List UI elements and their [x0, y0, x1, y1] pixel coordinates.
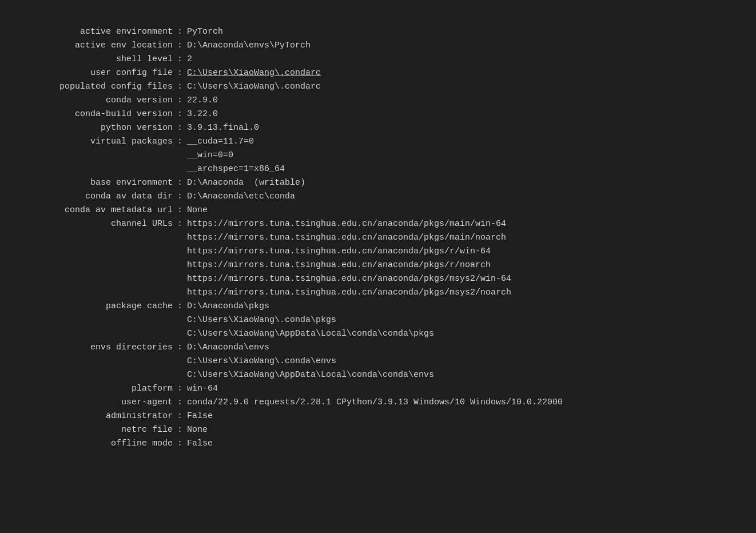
row-label — [17, 286, 177, 300]
table-row: envs directories:D:\Anaconda\envs — [17, 341, 739, 355]
row-separator: : — [177, 176, 187, 190]
row-value: 3.9.13.final.0 — [187, 121, 259, 135]
table-row: conda av metadata url:None — [17, 204, 739, 217]
row-label: administrator — [17, 409, 177, 423]
row-separator: : — [177, 409, 187, 423]
row-label — [17, 245, 177, 258]
row-value: PyTorch — [187, 25, 223, 39]
row-label — [17, 258, 177, 272]
row-value: 2 — [187, 53, 192, 66]
row-value: None — [187, 204, 208, 217]
table-row: populated config files:C:\Users\XiaoWang… — [17, 80, 739, 94]
row-label — [17, 272, 177, 286]
row-separator — [177, 272, 187, 286]
row-value: 22.9.0 — [187, 94, 218, 108]
row-separator: : — [177, 80, 187, 94]
row-value: https://mirrors.tuna.tsinghua.edu.cn/ana… — [187, 217, 506, 231]
row-value: C:\Users\XiaoWang\AppData\Local\conda\co… — [187, 368, 434, 382]
row-value: 3.22.0 — [187, 108, 218, 121]
row-separator — [177, 245, 187, 258]
row-value: __archspec=1=x86_64 — [187, 162, 285, 176]
row-value: C:\Users\XiaoWang\.conda\envs — [187, 355, 336, 368]
row-value: __win=0=0 — [187, 149, 233, 162]
row-separator: : — [177, 300, 187, 313]
row-label: virtual packages — [17, 135, 177, 149]
table-row: offline mode:False — [17, 437, 739, 451]
table-row: conda-build version:3.22.0 — [17, 108, 739, 121]
table-row: virtual packages:__cuda=11.7=0 — [17, 135, 739, 149]
row-separator: : — [177, 382, 187, 396]
row-separator: : — [177, 108, 187, 121]
row-label — [17, 368, 177, 382]
row-value: win-64 — [187, 382, 218, 396]
row-label — [17, 355, 177, 368]
row-separator: : — [177, 204, 187, 217]
row-label: active environment — [17, 25, 177, 39]
row-label: platform — [17, 382, 177, 396]
row-separator: : — [177, 25, 187, 39]
row-value: C:\Users\XiaoWang\AppData\Local\conda\co… — [187, 327, 434, 341]
row-label: user-agent — [17, 396, 177, 409]
row-separator — [177, 231, 187, 245]
row-value: https://mirrors.tuna.tsinghua.edu.cn/ana… — [187, 272, 511, 286]
row-separator: : — [177, 423, 187, 437]
row-value: D:\Anaconda\envs — [187, 341, 269, 355]
table-row: https://mirrors.tuna.tsinghua.edu.cn/ana… — [17, 258, 739, 272]
row-label: conda-build version — [17, 108, 177, 121]
row-label: package cache — [17, 300, 177, 313]
row-label: user config file — [17, 66, 177, 80]
row-label — [17, 162, 177, 176]
row-label: base environment — [17, 176, 177, 190]
table-row: https://mirrors.tuna.tsinghua.edu.cn/ana… — [17, 286, 739, 300]
table-row: C:\Users\XiaoWang\.conda\pkgs — [17, 313, 739, 327]
table-row: python version:3.9.13.final.0 — [17, 121, 739, 135]
row-separator — [177, 368, 187, 382]
row-label — [17, 231, 177, 245]
row-value: None — [187, 423, 208, 437]
table-row: C:\Users\XiaoWang\.conda\envs — [17, 355, 739, 368]
row-label: shell level — [17, 53, 177, 66]
row-separator — [177, 258, 187, 272]
row-label — [17, 313, 177, 327]
row-value: D:\Anaconda (writable) — [187, 176, 305, 190]
table-row: platform:win-64 — [17, 382, 739, 396]
row-value: C:\Users\XiaoWang\.condarc — [187, 80, 321, 94]
row-separator — [177, 162, 187, 176]
row-value: conda/22.9.0 requests/2.28.1 CPython/3.9… — [187, 396, 563, 409]
row-label: python version — [17, 121, 177, 135]
row-separator: : — [177, 396, 187, 409]
row-separator: : — [177, 39, 187, 53]
row-label: conda av data dir — [17, 190, 177, 204]
table-row: user-agent:conda/22.9.0 requests/2.28.1 … — [17, 396, 739, 409]
row-value: __cuda=11.7=0 — [187, 135, 254, 149]
row-separator: : — [177, 135, 187, 149]
terminal-output: active environment:PyTorchactive env loc… — [17, 11, 739, 451]
table-row: shell level:2 — [17, 53, 739, 66]
row-label: channel URLs — [17, 217, 177, 231]
row-separator: : — [177, 66, 187, 80]
row-value: https://mirrors.tuna.tsinghua.edu.cn/ana… — [187, 245, 491, 258]
table-row: active env location:D:\Anaconda\envs\PyT… — [17, 39, 739, 53]
table-row: __win=0=0 — [17, 149, 739, 162]
row-label: conda version — [17, 94, 177, 108]
row-separator: : — [177, 94, 187, 108]
table-row: conda av data dir:D:\Anaconda\etc\conda — [17, 190, 739, 204]
row-separator: : — [177, 121, 187, 135]
row-label — [17, 327, 177, 341]
row-separator — [177, 355, 187, 368]
row-separator — [177, 327, 187, 341]
table-row: netrc file:None — [17, 423, 739, 437]
table-row: package cache:D:\Anaconda\pkgs — [17, 300, 739, 313]
row-separator: : — [177, 217, 187, 231]
row-value: False — [187, 409, 213, 423]
row-label: netrc file — [17, 423, 177, 437]
row-separator: : — [177, 437, 187, 451]
row-separator: : — [177, 341, 187, 355]
table-row: base environment:D:\Anaconda (writable) — [17, 176, 739, 190]
row-label: populated config files — [17, 80, 177, 94]
table-row: C:\Users\XiaoWang\AppData\Local\conda\co… — [17, 368, 739, 382]
row-value: C:\Users\XiaoWang\.condarc — [187, 66, 321, 80]
table-row: https://mirrors.tuna.tsinghua.edu.cn/ana… — [17, 231, 739, 245]
table-row: https://mirrors.tuna.tsinghua.edu.cn/ana… — [17, 245, 739, 258]
row-label: conda av metadata url — [17, 204, 177, 217]
